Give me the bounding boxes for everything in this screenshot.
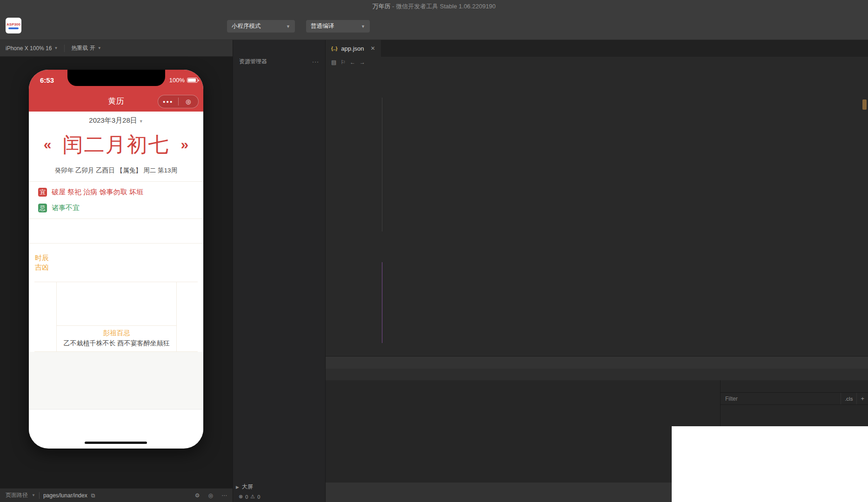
jianchu-cell <box>34 282 57 351</box>
pengzu-text: 乙不栽植千株不长 酉不宴客醉坐颠狂 <box>57 339 176 348</box>
bookmark-icon[interactable]: ⚐ <box>341 59 346 66</box>
yi-row: 宜 破屋 祭祀 治病 馀事勿取 坏垣 <box>38 188 143 197</box>
more-icon[interactable]: ●●● <box>158 99 178 104</box>
main-toolbar: ASP300 小程序模式▼ 普通编译▼ <box>0 13 868 40</box>
json-file-icon: {..} <box>331 46 337 51</box>
debugger-panel-tabs <box>326 357 868 369</box>
status-time: 6:53 <box>40 76 54 84</box>
next-day-arrow[interactable]: » <box>181 137 189 152</box>
title-bar: 万年历 - 微信开发者工具 Stable 1.06.2209190 <box>0 0 868 13</box>
file-explorer-panel: 资源管理器 ··· ▶ 大屏 ⊗ 0 ⚠ 0 <box>233 40 326 502</box>
tab-label: app.json <box>341 45 364 52</box>
mode-dropdown[interactable]: 小程序模式▼ <box>227 20 295 33</box>
indent-guide <box>382 98 382 231</box>
breadcrumb: ▤ ⚐ ← → <box>326 57 868 68</box>
wechat-devtools-window: 万年历 - 微信开发者工具 Stable 1.06.2209190 ASP300… <box>0 0 868 502</box>
preview-eye-icon[interactable]: ◎ <box>208 492 213 499</box>
tab-app-json[interactable]: {..} app.json ✕ <box>326 40 381 57</box>
error-count: 0 <box>245 494 248 500</box>
almanac-info-row <box>29 218 203 244</box>
scrollbar-marker[interactable] <box>862 99 867 110</box>
explorer-header: 资源管理器 ··· <box>233 56 325 67</box>
divider <box>29 181 203 182</box>
hot-reload-toggle[interactable]: 热重载 开▼ <box>71 44 101 52</box>
filter-input[interactable] <box>721 396 841 402</box>
code-editor: {..} app.json ✕ ▤ ⚐ ← → <box>326 40 868 356</box>
compile-dropdown-value: 普通编译 <box>311 22 334 30</box>
yi-text: 破屋 祭祀 治病 馀事勿取 坏垣 <box>52 188 143 197</box>
window-title-version: - 微信开发者工具 Stable 1.06.2209190 <box>390 3 495 10</box>
devtools-tabs <box>326 369 868 380</box>
simulator-toolbar: iPhone X 100% 16▼ 热重载 开▼ <box>0 40 233 57</box>
simulator-status-bar: 页面路径 ▼ pages/lunar/index ⧉ ⚙ ◎ ⋯ <box>0 488 233 502</box>
window-title-project: 万年历 <box>372 3 390 10</box>
content-spacer <box>29 352 203 409</box>
battery-percent: 100% <box>169 77 185 84</box>
chevron-right-icon: ▶ <box>236 485 239 489</box>
hot-reload-value: 热重载 开 <box>71 44 95 52</box>
screen-toggle[interactable]: ▶ 大屏 <box>236 483 253 491</box>
ji-row: 忌 诸事不宜 <box>38 204 80 212</box>
more-icon[interactable]: ⋯ <box>221 492 227 499</box>
ji-badge: 忌 <box>38 204 47 212</box>
home-indicator[interactable] <box>85 442 147 444</box>
mode-dropdown-value: 小程序模式 <box>232 22 261 30</box>
page-path-value: pages/lunar/index <box>43 492 87 499</box>
editor-tab-strip: {..} app.json ✕ <box>326 40 868 57</box>
date-selector[interactable]: 2023年3月28日▼ <box>29 116 203 125</box>
compile-mode-dropdown[interactable]: 普通编译▼ <box>306 20 370 33</box>
capsule-menu[interactable]: ●●● ◎ <box>158 95 199 108</box>
settings-icon[interactable]: ⚙ <box>195 492 200 499</box>
error-icon: ⊗ <box>239 494 243 500</box>
back-icon[interactable]: ← <box>350 59 355 66</box>
more-icon[interactable]: ··· <box>312 59 319 65</box>
chevron-down-icon: ▼ <box>98 46 101 50</box>
styles-filter-row: .cls + <box>721 393 868 405</box>
explorer-title: 资源管理器 <box>239 58 267 66</box>
date-value: 2023年3月28日 <box>89 116 137 124</box>
page-path-label: 页面路径 <box>6 491 28 499</box>
device-selector[interactable]: iPhone X 100% 16▼ <box>6 45 58 52</box>
chevron-down-icon: ▼ <box>139 119 143 124</box>
close-circle-icon[interactable]: ◎ <box>179 98 199 105</box>
ganzhi-line: 癸卯年 乙卯月 乙酉日 【属兔】 周二 第13周 <box>29 166 203 175</box>
pengzu-label: 彭祖百忌 <box>57 329 176 337</box>
close-icon[interactable]: ✕ <box>371 45 375 52</box>
debugger-panel: .cls + <box>326 356 868 502</box>
prev-day-arrow[interactable]: « <box>44 137 52 152</box>
project-logo[interactable]: ASP300 <box>6 18 21 33</box>
outline-icon[interactable]: ▤ <box>331 59 336 66</box>
chevron-down-icon: ▼ <box>54 46 58 50</box>
status-battery: 100% <box>169 77 198 84</box>
almanac-grid-main: 彭祖百忌 乙不栽植千株不长 酉不宴客醉坐颠狂 <box>57 282 176 351</box>
warning-icon: ⚠ <box>250 494 255 500</box>
almanac-grid-columns <box>57 282 176 326</box>
screen-toggle-label: 大屏 <box>242 483 253 491</box>
chevron-down-icon: ▼ <box>361 24 365 29</box>
forward-icon[interactable]: → <box>360 59 365 66</box>
lunar-day-title: 闰二月初七 <box>63 131 170 159</box>
problems-status[interactable]: ⊗ 0 ⚠ 0 <box>239 494 260 500</box>
code-area[interactable] <box>326 68 868 356</box>
phone-simulator[interactable]: 6:53 100% 黄历 ●●● ◎ 2023年3月28日▼ « 闰二月初七 »… <box>29 70 203 449</box>
hours-label: 时辰吉凶 <box>33 253 50 272</box>
device-selector-value: iPhone X 100% 16 <box>6 45 52 52</box>
explorer-toolbar <box>233 40 325 56</box>
simulator-panel: 6:53 100% 黄历 ●●● ◎ 2023年3月28日▼ « 闰二月初七 »… <box>0 57 233 488</box>
cls-button[interactable]: .cls <box>841 393 856 404</box>
chevron-down-icon[interactable]: ▼ <box>32 493 35 497</box>
styles-tabs <box>721 380 868 393</box>
copy-icon[interactable]: ⧉ <box>91 492 95 499</box>
stars-cell <box>176 282 198 351</box>
project-logo-underline <box>8 27 19 29</box>
lunar-day-row: « 闰二月初七 » <box>29 131 203 158</box>
window-title: 万年历 - 微信开发者工具 Stable 1.06.2209190 <box>0 2 868 11</box>
add-style-button[interactable]: + <box>856 393 868 404</box>
divider <box>39 492 40 499</box>
chevron-down-icon: ▼ <box>286 24 290 29</box>
warning-count: 0 <box>257 494 260 500</box>
project-logo-text: ASP300 <box>7 22 20 26</box>
bracket-guide <box>382 262 382 343</box>
yi-badge: 宜 <box>38 188 47 197</box>
debugger-drawer <box>326 482 672 502</box>
